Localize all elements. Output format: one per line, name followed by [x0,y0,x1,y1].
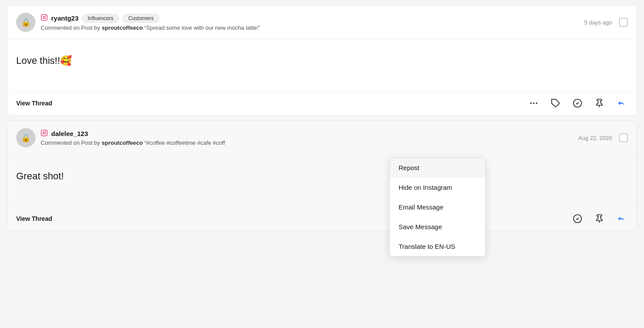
dropdown-item-translate[interactable]: Translate to EN-US [390,237,485,256]
checkmark-icon-2 [573,214,582,223]
dropdown-item-email[interactable]: Email Message [390,197,485,217]
username-1: ryantg23 [51,14,79,22]
svg-point-1 [43,16,45,18]
complete-button-2[interactable] [571,212,584,225]
pin-button-2[interactable] [593,212,606,225]
svg-point-3 [530,102,532,104]
svg-point-5 [536,102,538,104]
dropdown-item-save[interactable]: Save Message [390,217,485,237]
post-header-1: 🔒 ryantg23 Influencers Customers [7,6,637,39]
pin-icon-1 [595,98,604,108]
checkmark-icon-1 [573,98,582,108]
instagram-icon-2 [41,129,48,138]
instagram-icon-1 [41,14,48,22]
ellipsis-icon-1 [529,98,539,108]
post-description-2: Commented on Post by sproutcoffeeco “#co… [41,140,578,146]
post-footer-1: View Thread [7,91,637,115]
reply-button-1[interactable] [615,97,628,110]
dropdown-item-hide[interactable]: Hide on Instagram [390,178,485,197]
complete-button-1[interactable] [571,97,584,110]
lock-icon-1: 🔒 [21,17,31,27]
pin-button-1[interactable] [593,97,606,110]
tag-icon-1 [551,98,560,108]
post-meta-1: ryantg23 Influencers Customers Commented… [41,14,584,31]
user-row-2: dalelee_123 [41,129,578,138]
pin-icon-2 [595,214,604,223]
avatar-1: 🔒 [16,13,35,32]
footer-actions-1 [527,97,628,110]
svg-point-10 [43,132,45,134]
user-row-1: ryantg23 Influencers Customers [41,14,584,23]
label-button-1[interactable] [549,97,562,110]
svg-rect-0 [41,14,47,20]
context-menu: Repost Hide on Instagram Email Message S… [389,157,486,257]
tag-influencers-1[interactable]: Influencers [82,14,119,23]
dropdown-item-repost[interactable]: Repost [390,158,485,178]
post-body-2: Great shot! [7,155,637,206]
post-footer-2: View Thread [7,206,637,230]
feed-container: 🔒 ryantg23 Influencers Customers [0,5,644,231]
post-meta-2: dalelee_123 Commented on Post by sproutc… [41,129,578,146]
post-header-2: 🔒 dalelee_123 Commented on Post by sprou… [7,121,637,155]
more-options-button-1[interactable] [527,97,540,110]
reply-icon-2 [616,214,626,223]
svg-point-11 [46,131,46,132]
post-description-1: Commented on Post by sproutcoffeeco “Spr… [41,24,584,31]
username-2: dalelee_123 [51,130,88,137]
lock-icon-2: 🔒 [21,133,31,143]
select-checkbox-1[interactable] [619,18,628,27]
timestamp-1: 5 days ago [584,19,612,26]
post-content-1: Love this!!🥰 [16,48,628,77]
post-card-2: 🔒 dalelee_123 Commented on Post by sprou… [7,121,637,231]
tag-customers-1[interactable]: Customers [122,14,159,23]
post-content-2: Great shot! [16,164,628,192]
view-thread-2[interactable]: View Thread [16,215,52,222]
svg-point-4 [533,102,535,104]
view-thread-1[interactable]: View Thread [16,100,52,107]
avatar-2: 🔒 [16,128,35,147]
svg-rect-9 [41,130,47,136]
footer-actions-2 [571,212,628,225]
reply-button-2[interactable] [615,212,628,225]
timestamp-2: Aug 22, 2020 [578,135,612,141]
select-checkbox-2[interactable] [619,133,628,142]
post-card-1: 🔒 ryantg23 Influencers Customers [7,5,637,115]
reply-icon-1 [616,98,626,108]
post-body-1: Love this!!🥰 [7,39,637,91]
svg-point-2 [46,16,46,16]
